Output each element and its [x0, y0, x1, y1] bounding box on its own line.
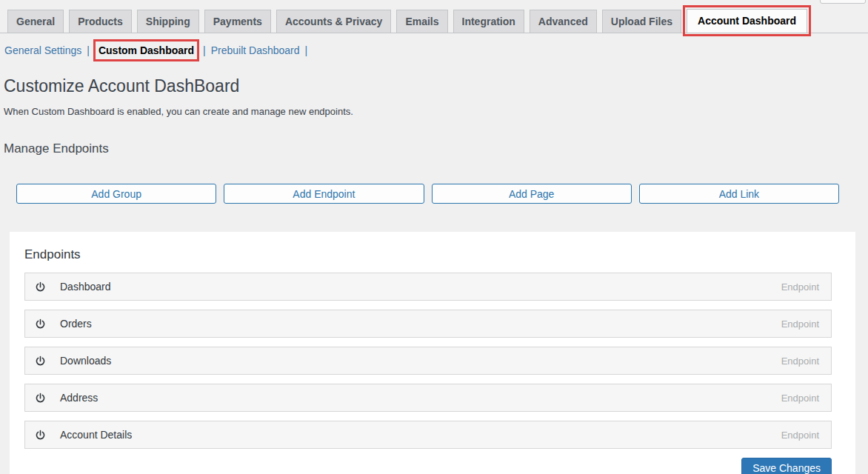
save-row: Save Changes [24, 458, 832, 474]
endpoint-row-account-details[interactable]: Account Details Endpoint [24, 421, 832, 449]
subnav-link-prebuilt-dashboard[interactable]: Prebuilt Dashboard [211, 44, 300, 56]
add-endpoint-button[interactable]: Add Endpoint [224, 184, 424, 204]
subnav-separator: | [87, 44, 90, 56]
tab-emails[interactable]: Emails [396, 10, 447, 33]
tab-upload-files[interactable]: Upload Files [602, 10, 681, 33]
endpoint-type-badge: Endpoint [781, 393, 819, 404]
dashboard-subnav: General Settings | Custom Dashboard | Pr… [4, 44, 868, 56]
add-link-button[interactable]: Add Link [639, 184, 839, 204]
power-icon [35, 393, 46, 404]
cutoff-top-right-element [820, 0, 866, 4]
power-icon [35, 356, 46, 367]
endpoint-label: Orders [60, 318, 92, 330]
page-description: When Custom Dashboard is enabled, you ca… [4, 106, 868, 117]
endpoint-label: Address [60, 392, 98, 404]
add-page-button[interactable]: Add Page [432, 184, 632, 204]
tab-advanced[interactable]: Advanced [530, 10, 597, 33]
subnav-link-general-settings[interactable]: General Settings [4, 44, 81, 56]
power-icon [35, 318, 46, 330]
tab-accounts-privacy[interactable]: Accounts & Privacy [276, 10, 392, 33]
endpoint-label: Dashboard [60, 281, 111, 293]
endpoint-row-orders[interactable]: Orders Endpoint [24, 310, 832, 338]
endpoints-panel: Endpoints Dashboard Endpoint Orders Endp… [10, 232, 855, 474]
add-group-button[interactable]: Add Group [16, 184, 216, 204]
endpoint-row-dashboard[interactable]: Dashboard Endpoint [24, 273, 832, 301]
power-icon [35, 430, 46, 441]
endpoint-label: Downloads [60, 355, 111, 367]
endpoint-row-downloads[interactable]: Downloads Endpoint [24, 347, 832, 375]
tab-payments[interactable]: Payments [204, 10, 271, 33]
subnav-separator: | [305, 44, 308, 56]
endpoint-actions: Add Group Add Endpoint Add Page Add Link [16, 184, 839, 204]
endpoint-type-badge: Endpoint [781, 356, 819, 367]
tab-products[interactable]: Products [69, 10, 132, 33]
save-changes-button[interactable]: Save Changes [741, 458, 832, 474]
tab-shipping[interactable]: Shipping [137, 10, 199, 33]
endpoint-type-badge: Endpoint [781, 318, 819, 330]
settings-tab-bar: General Products Shipping Payments Accou… [0, 0, 868, 33]
manage-endpoints-heading: Manage Endpoints [4, 141, 868, 156]
endpoint-row-address[interactable]: Address Endpoint [24, 384, 832, 412]
endpoint-label: Account Details [60, 429, 132, 441]
power-icon [35, 281, 46, 293]
subnav-separator: | [203, 44, 206, 56]
tab-general[interactable]: General [7, 10, 64, 33]
tab-integration[interactable]: Integration [453, 10, 524, 33]
page-title: Customize Account DashBoard [4, 76, 868, 96]
tab-account-dashboard[interactable]: Account Dashboard [687, 9, 807, 33]
endpoint-type-badge: Endpoint [781, 430, 819, 441]
endpoints-heading: Endpoints [24, 247, 832, 262]
subnav-link-custom-dashboard[interactable]: Custom Dashboard [99, 44, 194, 56]
endpoint-type-badge: Endpoint [781, 281, 819, 293]
